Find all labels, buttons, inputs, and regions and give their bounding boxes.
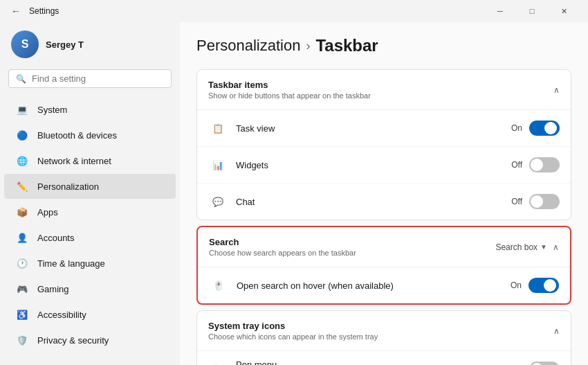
setting-label: Open search on hover (when available) [237, 281, 511, 291]
toggle-label: On [511, 123, 522, 133]
sidebar-item-label: Apps [37, 207, 58, 217]
sidebar-item-gaming[interactable]: 🎮 Gaming [4, 276, 176, 301]
sidebar-item-privacy[interactable]: 🛡️ Privacy & security [4, 328, 176, 353]
setting-row-right: On [511, 121, 560, 136]
back-button[interactable]: ← [8, 4, 24, 18]
setting-row-right: On [511, 278, 559, 293]
sidebar-item-label: Network & internet [37, 156, 111, 166]
setting-text: Pen menu Show pen menu icon when pen is … [236, 359, 511, 365]
sidebar-item-accounts[interactable]: 👤 Accounts [4, 225, 176, 250]
sidebar-item-label: Privacy & security [37, 335, 109, 346]
section-header-right: Search box ▼ ∧ [495, 242, 559, 252]
breadcrumb-current: Taskbar [315, 36, 378, 55]
titlebar-left: ← Settings [8, 4, 59, 18]
setting-label: Pen menu [236, 359, 511, 365]
sidebar-item-label: Accessibility [37, 310, 86, 320]
close-button[interactable]: ✕ [548, 0, 580, 22]
titlebar: ← Settings ─ □ ✕ [0, 0, 588, 22]
toggle-open-search-hover[interactable] [529, 278, 559, 293]
sidebar-item-label: Accounts [37, 233, 74, 243]
search-icon: 🔍 [16, 74, 26, 84]
setting-label: Task view [236, 123, 511, 134]
toggle-label: Off [511, 197, 522, 206]
setting-row-pen-menu: ✒️ Pen menu Show pen menu icon when pen … [197, 351, 571, 365]
accessibility-icon: ♿ [15, 308, 29, 321]
section-title: Search [209, 237, 356, 247]
pen-menu-icon: ✒️ [208, 359, 228, 365]
titlebar-controls: ─ □ ✕ [484, 0, 580, 22]
titlebar-title: Settings [29, 6, 59, 16]
setting-row-right: Off [511, 157, 560, 172]
section-system-tray: System tray icons Choose which icons can… [196, 310, 571, 365]
user-section: S Sergey T [0, 25, 180, 69]
maximize-button[interactable]: □ [516, 0, 548, 22]
sidebar-item-personalization[interactable]: ✏️ Personalization [4, 174, 176, 199]
breadcrumb-arrow: › [306, 39, 310, 53]
toggle-chat[interactable] [529, 194, 560, 209]
task-view-icon: 📋 [208, 118, 228, 138]
apps-icon: 📦 [15, 205, 29, 219]
section-header: Search Choose how search appears on the … [198, 227, 570, 267]
toggle-widgets[interactable] [529, 157, 560, 172]
section-collapse-icon[interactable]: ∧ [553, 85, 560, 95]
section-title: System tray icons [208, 321, 378, 331]
open-search-hover-icon: 🖱️ [209, 276, 228, 295]
search-mode-value: Search box [495, 242, 538, 252]
setting-text: Open search on hover (when available) [237, 281, 511, 291]
section-title-group: Search Choose how search appears on the … [209, 237, 356, 257]
user-name: Sergey T [46, 39, 84, 50]
sidebar-item-label: Personalization [37, 181, 99, 192]
toggle-thumb [531, 195, 543, 208]
minimize-button[interactable]: ─ [484, 0, 516, 22]
sidebar-item-network[interactable]: 🌐 Network & internet [4, 148, 176, 173]
toggle-thumb [544, 279, 556, 292]
setting-row-right: Off [511, 194, 560, 209]
setting-text: Chat [236, 197, 511, 207]
privacy-icon: 🛡️ [15, 333, 29, 347]
section-subtitle: Choose which icons can appear in the sys… [208, 332, 378, 341]
sidebar-item-time[interactable]: 🕐 Time & language [4, 251, 176, 276]
section-header-right: ∧ [553, 85, 560, 95]
toggle-pen-menu[interactable] [529, 362, 560, 365]
section-title-group: Taskbar items Show or hide buttons that … [208, 80, 371, 100]
sidebar-item-bluetooth[interactable]: 🔵 Bluetooth & devices [4, 123, 176, 148]
setting-row-right: Off [511, 362, 560, 365]
section-collapse-icon[interactable]: ∧ [553, 326, 560, 336]
section-header: System tray icons Choose which icons can… [197, 311, 571, 351]
section-subtitle: Choose how search appears on the taskbar [209, 249, 356, 257]
setting-row-chat: 💬 Chat Off [197, 184, 571, 220]
breadcrumb-parent: Personalization [196, 37, 300, 55]
bluetooth-icon: 🔵 [15, 128, 29, 142]
sidebar-item-system[interactable]: 💻 System [4, 97, 176, 122]
sidebar-item-apps[interactable]: 📦 Apps [4, 199, 176, 224]
search-input[interactable] [32, 73, 164, 84]
sidebar: S Sergey T 🔍 💻 System 🔵 Bluetooth & devi… [0, 22, 180, 365]
gaming-icon: 🎮 [15, 282, 29, 296]
main-content: Personalization › Taskbar Taskbar items … [180, 22, 588, 365]
section-collapse-icon[interactable]: ∧ [553, 242, 559, 252]
section-search: Search Choose how search appears on the … [196, 226, 571, 305]
time-icon: 🕐 [15, 256, 29, 270]
search-mode-dropdown[interactable]: Search box ▼ [495, 242, 547, 252]
toggle-thumb [544, 122, 557, 134]
section-title: Taskbar items [208, 80, 371, 90]
setting-label: Chat [236, 197, 511, 207]
setting-label: Widgets [236, 160, 511, 170]
section-header-right: ∧ [553, 326, 560, 336]
sidebar-item-label: System [37, 105, 67, 115]
toggle-task-view[interactable] [529, 121, 560, 136]
setting-text: Task view [236, 123, 511, 134]
chat-icon: 💬 [208, 192, 228, 211]
personalization-icon: ✏️ [15, 179, 29, 193]
setting-row-widgets: 📊 Widgets Off [197, 147, 571, 184]
sidebar-item-label: Gaming [37, 284, 69, 294]
sidebar-search-box[interactable]: 🔍 [8, 69, 172, 88]
section-title-group: System tray icons Choose which icons can… [208, 321, 378, 341]
sidebar-item-accessibility[interactable]: ♿ Accessibility [4, 302, 176, 327]
system-icon: 💻 [15, 103, 29, 116]
sidebar-item-label: Bluetooth & devices [37, 130, 117, 141]
sidebar-item-label: Time & language [37, 258, 105, 269]
setting-row-task-view: 📋 Task view On [197, 110, 571, 147]
toggle-label: On [511, 281, 522, 290]
accounts-icon: 👤 [15, 231, 29, 244]
